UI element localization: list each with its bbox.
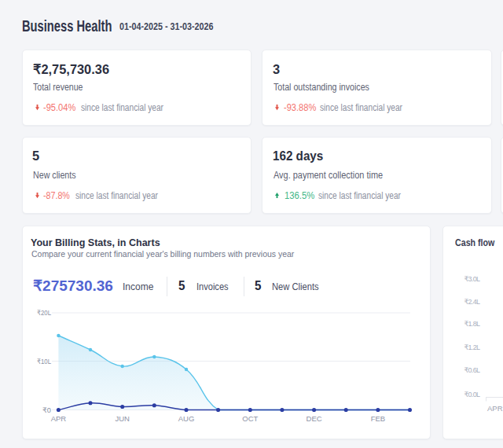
svg-text:FEB: FEB bbox=[371, 414, 385, 423]
svg-text:₹2.4L: ₹2.4L bbox=[464, 298, 481, 306]
svg-text:₹0: ₹0 bbox=[42, 406, 51, 414]
svg-text:AUG: AUG bbox=[178, 414, 195, 423]
svg-text:₹0.6L: ₹0.6L bbox=[464, 366, 481, 374]
svg-text:OCT: OCT bbox=[242, 414, 258, 423]
svg-text:₹1.8L: ₹1.8L bbox=[464, 320, 481, 328]
svg-text:₹20L: ₹20L bbox=[37, 309, 51, 317]
svg-text:₹0.0L: ₹0.0L bbox=[464, 391, 481, 398]
svg-text:JUN: JUN bbox=[115, 414, 130, 423]
svg-text:₹10L: ₹10L bbox=[37, 358, 51, 365]
svg-text:APR: APR bbox=[51, 414, 67, 423]
svg-text:DEC: DEC bbox=[307, 414, 322, 423]
svg-text:APR: APR bbox=[487, 404, 503, 413]
svg-text:₹1.2L: ₹1.2L bbox=[464, 343, 481, 351]
svg-text:₹3.0L: ₹3.0L bbox=[464, 275, 481, 283]
